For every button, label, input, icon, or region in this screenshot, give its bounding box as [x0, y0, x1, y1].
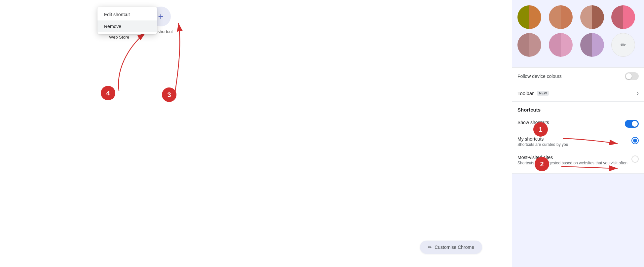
- color-swatch-2[interactable]: [549, 5, 573, 29]
- color-swatch-7[interactable]: [580, 33, 604, 57]
- follow-device-colours-toggle[interactable]: [625, 72, 639, 80]
- step-circle-1: 1: [533, 122, 548, 137]
- my-shortcuts-label: My shortcuts: [517, 136, 631, 142]
- color-swatch-5[interactable]: [517, 33, 541, 57]
- pencil-icon-swatch: ✏: [621, 41, 626, 49]
- color-swatch-6[interactable]: [549, 33, 573, 57]
- my-shortcuts-text: My shortcuts Shortcuts are curated by yo…: [517, 136, 631, 147]
- most-visited-radio[interactable]: [631, 155, 639, 163]
- toolbar-chevron-right-icon: ›: [637, 90, 639, 97]
- plus-icon: +: [158, 12, 163, 21]
- follow-device-colours-label: Follow device colours: [517, 74, 562, 79]
- toolbar-row-left: Toolbar NEW: [517, 90, 549, 96]
- color-swatch-4[interactable]: [611, 5, 635, 29]
- right-panel: ✏ Follow device colours Toolbar NEW › Sh…: [512, 0, 644, 267]
- color-swatch-3[interactable]: [580, 5, 604, 29]
- shortcuts-section: Shortcuts Show shortcuts My shortcuts Sh…: [512, 102, 644, 174]
- color-swatch-1[interactable]: [517, 5, 541, 29]
- color-swatches-section: ✏: [512, 0, 644, 68]
- my-shortcuts-option[interactable]: My shortcuts Shortcuts are curated by yo…: [517, 134, 639, 150]
- toolbar-row[interactable]: Toolbar NEW ›: [512, 85, 644, 102]
- toolbar-label: Toolbar: [517, 90, 534, 96]
- web-store-label: Web Store: [109, 35, 129, 40]
- follow-device-colours-row: Follow device colours: [512, 68, 644, 85]
- customise-chrome-button[interactable]: ✏ Customise Chrome: [420, 241, 482, 254]
- step-circle-3: 3: [162, 87, 176, 102]
- context-menu-remove[interactable]: Remove: [97, 20, 157, 32]
- custom-color-swatch[interactable]: ✏: [611, 33, 635, 57]
- main-area: Edit shortcut Remove Web Store + Add sho…: [0, 0, 512, 267]
- context-menu: Edit shortcut Remove: [97, 7, 157, 34]
- color-swatches-grid: ✏: [517, 5, 639, 57]
- toolbar-new-badge: NEW: [537, 91, 549, 96]
- customise-chrome-label: Customise Chrome: [435, 245, 474, 250]
- show-shortcuts-toggle[interactable]: [625, 120, 639, 128]
- shortcuts-section-title: Shortcuts: [517, 107, 639, 113]
- most-visited-label: Most-visited sites: [517, 155, 631, 160]
- pencil-icon: ✏: [428, 245, 432, 250]
- my-shortcuts-radio[interactable]: [631, 137, 639, 144]
- my-shortcuts-sub: Shortcuts are curated by you: [517, 142, 631, 147]
- step-circle-2: 2: [535, 157, 549, 171]
- step-circle-4: 4: [101, 86, 115, 100]
- context-menu-edit[interactable]: Edit shortcut: [97, 9, 157, 20]
